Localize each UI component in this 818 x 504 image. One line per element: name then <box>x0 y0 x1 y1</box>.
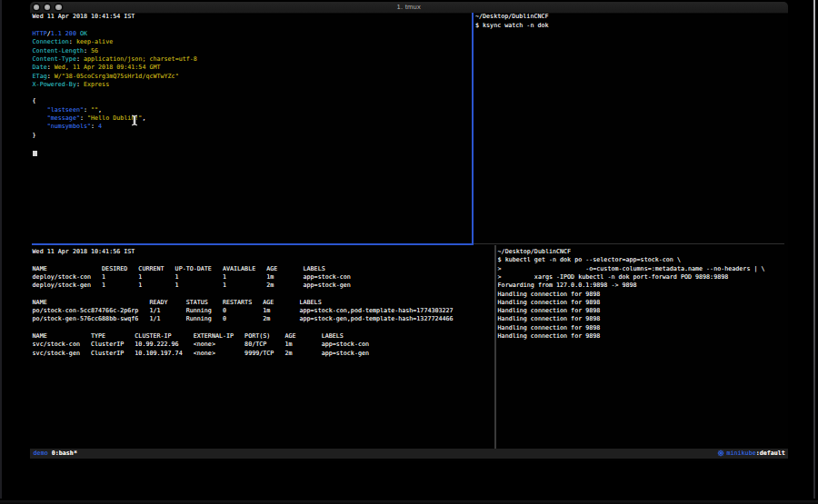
json-comma: , <box>142 114 145 122</box>
deploy-table-row: deploy/stock-con 1 1 1 1 1m app=stock-co… <box>33 273 454 282</box>
header-sep: : <box>84 47 91 54</box>
handling-line: Handling connection for 9898 <box>498 315 765 323</box>
svc-table-row: svc/stock-gen ClusterIP 10.109.197.74 <n… <box>33 350 454 358</box>
command-line: $ kubectl get -n dok po --selector=app=s… <box>498 256 765 264</box>
header-name: Content-Type <box>33 55 76 63</box>
header-name: Date <box>33 64 47 71</box>
handling-line: Handling connection for 9898 <box>498 332 765 341</box>
header-value: W/"38-05coCsrg3mQ75sHr1d/qcWTwYZc" <box>55 73 179 80</box>
command-line: $ ksync watch -n dok <box>475 22 549 30</box>
header-value: Express <box>84 81 109 88</box>
pane-top-left-http-response[interactable]: Wed 11 Apr 2018 10:41:54 IST HTTP/1.1 20… <box>33 13 197 139</box>
header-value: Wed, 11 Apr 2018 09:41:54 GMT <box>55 64 161 71</box>
header-name: Connection <box>33 38 69 45</box>
json-kv-line: "lastseen": "", <box>33 106 197 114</box>
date-line: Wed 11 Apr 2018 10:41:56 IST <box>33 248 454 256</box>
desktop-screen: 1. tmux Wed 11 Apr 2018 10:41:54 IST HTT… <box>0 0 818 504</box>
json-value: 4 <box>98 123 102 130</box>
kube-namespace: :default <box>756 450 785 457</box>
http-header-line: Content-Length: 56 <box>33 47 197 55</box>
json-key: "numsymbols" <box>33 123 91 130</box>
json-sep: : <box>84 106 91 114</box>
pane-bottom-left-kubectl-get[interactable]: Wed 11 Apr 2018 10:41:56 IST NAME DESIRE… <box>33 248 454 358</box>
json-sep: : <box>80 114 87 122</box>
http-reason: OK <box>76 30 87 37</box>
terminal-cursor <box>33 151 37 156</box>
header-name: Content-Length <box>33 47 84 54</box>
json-value: "" <box>91 106 98 114</box>
http-header-line: Content-Type: application/json; charset=… <box>33 55 197 64</box>
json-comma: , <box>98 106 102 114</box>
json-kv-line: "numsymbols": 4 <box>33 123 197 131</box>
date-line: Wed 11 Apr 2018 10:41:54 IST <box>33 13 197 21</box>
header-name: ETag <box>33 73 47 80</box>
tmux-status-bar: demo 0:bash* minikube:default <box>30 449 788 459</box>
pane-divider-vertical-bottom[interactable] <box>494 245 496 450</box>
pane-divider-horizontal-active[interactable] <box>32 243 474 245</box>
mouse-ibeam-cursor <box>131 113 138 124</box>
screen-edge-left <box>0 0 2 499</box>
kubernetes-wheel-icon <box>717 450 724 460</box>
header-sep: : <box>47 64 55 71</box>
http-header-line: ETag: W/"38-05coCsrg3mQ75sHr1d/qcWTwYZc" <box>33 73 197 81</box>
json-key: "message" <box>33 114 80 122</box>
svc-table-header: NAME TYPE CLUSTER-IP EXTERNAL-IP PORT(S)… <box>33 332 454 341</box>
pod-table-header: NAME READY STATUS RESTARTS AGE LABELS <box>33 299 454 307</box>
current-window-item[interactable]: 0:bash* <box>52 450 77 457</box>
json-close-brace: } <box>33 132 197 140</box>
header-value: keep-alive <box>76 38 113 45</box>
pane-top-right-ksync[interactable]: ~/Desktop/DublinCNCF $ ksync watch -n do… <box>475 13 549 30</box>
header-sep: : <box>47 73 55 80</box>
forwarding-line: Forwarding from 127.0.0.1:9898 -> 9898 <box>498 282 765 290</box>
http-header-line: Date: Wed, 11 Apr 2018 09:41:54 GMT <box>33 64 197 72</box>
header-value: application/json; charset=utf-8 <box>84 55 197 63</box>
http-header-line: Connection: keep-alive <box>33 38 197 46</box>
handling-line: Handling connection for 9898 <box>498 291 765 299</box>
pane-bottom-right-port-forward[interactable]: ~/Desktop/DublinCNCF $ kubectl get -n do… <box>498 248 765 341</box>
status-left: demo 0:bash* <box>34 449 77 459</box>
cwd-line: ~/Desktop/DublinCNCF <box>475 13 549 21</box>
header-sep: : <box>76 81 84 88</box>
blank-line <box>33 22 197 30</box>
command-continuation-line: > -o=custom-columns=:metadata.name --no-… <box>498 265 765 273</box>
blank-line <box>33 256 454 264</box>
pane-divider-horizontal-inactive[interactable] <box>474 243 784 245</box>
screen-edge-right <box>813 0 815 499</box>
window-titlebar[interactable]: 1. tmux <box>30 2 788 14</box>
json-sep: : <box>91 123 98 130</box>
json-key: "lastseen" <box>33 106 84 114</box>
json-open-brace: { <box>33 97 197 105</box>
command-continuation-line: > xargs -IPOD kubectl -n dok port-forwar… <box>498 273 765 282</box>
status-right: minikube:default <box>717 449 785 460</box>
blank-line <box>33 291 454 299</box>
pane-divider-vertical-top-active[interactable] <box>472 13 474 245</box>
handling-line: Handling connection for 9898 <box>498 299 765 307</box>
header-name: X-Powered-By <box>33 81 76 88</box>
svc-table-row: svc/stock-con ClusterIP 10.99.222.96 <no… <box>33 341 454 349</box>
deploy-table-row: deploy/stock-gen 1 1 1 1 2m app=stock-ge… <box>33 282 454 290</box>
http-status-line: HTTP/1.1 200 OK <box>33 30 197 38</box>
blank-line <box>33 324 454 332</box>
window-title: 1. tmux <box>30 2 788 13</box>
screen-edge-bottom <box>0 500 818 504</box>
header-value: 56 <box>91 47 98 54</box>
json-kv-line: "message": "Hello Dublin!", <box>33 114 197 123</box>
http-proto: HTTP <box>33 30 47 37</box>
kube-context: minikube <box>726 450 755 457</box>
header-sep: : <box>69 38 76 45</box>
deploy-table-header: NAME DESIRED CURRENT UP-TO-DATE AVAILABL… <box>33 265 454 273</box>
cwd-line: ~/Desktop/DublinCNCF <box>498 248 765 256</box>
handling-line: Handling connection for 9898 <box>498 324 765 332</box>
blank-line <box>33 89 197 97</box>
terminal-window: 1. tmux Wed 11 Apr 2018 10:41:54 IST HTT… <box>30 2 788 461</box>
http-header-line: X-Powered-By: Express <box>33 81 197 89</box>
http-version-code: 1.1 200 <box>51 30 76 37</box>
pod-table-row: po/stock-gen-576cc688bb-swqf6 1/1 Runnin… <box>33 315 454 323</box>
session-name: demo <box>34 450 48 457</box>
header-sep: : <box>76 55 84 63</box>
